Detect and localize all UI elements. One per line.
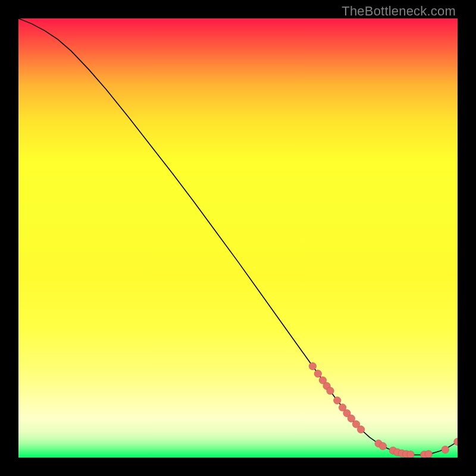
fit-curve <box>18 18 458 455</box>
watermark-text: TheBottleneck.com <box>342 4 456 19</box>
data-point <box>379 443 386 450</box>
data-point <box>327 387 334 394</box>
data-point <box>407 451 414 458</box>
data-markers <box>309 362 458 458</box>
data-point <box>309 362 316 369</box>
chart-stage: TheBottleneck.com <box>0 0 476 476</box>
data-point <box>454 438 458 445</box>
chart-overlay <box>18 18 458 458</box>
plot-area <box>18 18 458 458</box>
data-point <box>425 450 432 458</box>
data-point <box>357 426 364 433</box>
data-point <box>334 397 341 404</box>
data-point <box>441 446 449 453</box>
data-point <box>314 370 321 377</box>
